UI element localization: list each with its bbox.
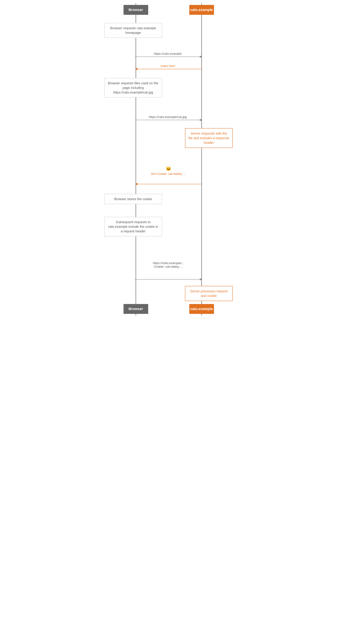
note-server-responds: Server responds with the file and includ… [185, 128, 233, 148]
arrow3-label: https://cats.example/cat.jpg [149, 115, 186, 119]
note-server-processes: Server processes request and cookie [185, 286, 233, 301]
note-browser-requests-homepage: Browser requests cats.example homepage [104, 23, 162, 38]
actor-browser-top-label: Browser [128, 8, 143, 12]
arrow-set-cookie [135, 179, 202, 187]
arrow1-label: https://cats.example [154, 52, 182, 56]
actor-browser-bottom: Browser [124, 304, 148, 314]
note6-text: Server processes request and cookie [190, 290, 228, 298]
arrow-request-catjpg: https://cats.example/cat.jpg [135, 115, 202, 123]
note1-text: Browser requests cats.example homepage [110, 26, 156, 34]
arrow5-labels: https://cats.example/... Cookie: cat=tab… [136, 261, 201, 270]
svg-marker-3 [135, 68, 137, 70]
arrow5-label2: Cookie: cat=tabby; ... [136, 265, 201, 268]
note5-text: Subsequent requests to cats.example incl… [108, 220, 158, 233]
arrow-request-homepage: https://cats.example [135, 52, 202, 60]
svg-marker-1 [200, 56, 202, 58]
arrow4-emoji-label: 🐱 Set-Cookie: cat=tabby; ... [136, 166, 201, 177]
arrow4-cookie-label: Set-Cookie: cat=tabby; ... [136, 172, 201, 176]
svg-marker-9 [200, 278, 202, 280]
arrow4-emoji: 🐱 [136, 166, 201, 172]
actor-server-bottom: cats.example [189, 304, 214, 314]
actor-server-bottom-label: cats.example [190, 307, 213, 311]
svg-marker-5 [200, 119, 202, 121]
sequence-diagram: Browser cats.example Browser requests ca… [103, 3, 234, 316]
lifeline-server [201, 3, 202, 316]
arrow-response-index: index.html [135, 64, 202, 72]
actor-server-top: cats.example [189, 5, 214, 15]
arrow-subsequent-request [135, 274, 202, 283]
note3-text: Server responds with the file and includ… [188, 132, 229, 144]
actor-browser-bottom-label: Browser [128, 307, 143, 311]
note2-text: Browser requests files used on the page … [108, 81, 158, 94]
note-browser-requests-files: Browser requests files used on the page … [104, 78, 162, 98]
svg-marker-7 [135, 183, 137, 185]
note-browser-stores-cookie: Browser stores the cookie [104, 194, 162, 204]
actor-browser-top: Browser [124, 5, 148, 15]
arrow5-label1: https://cats.example/... [136, 261, 201, 265]
arrow2-label: index.html [161, 64, 175, 68]
actor-server-top-label: cats.example [190, 8, 213, 12]
note-subsequent-requests: Subsequent requests to cats.example incl… [104, 217, 162, 236]
note4-text: Browser stores the cookie [114, 197, 152, 201]
